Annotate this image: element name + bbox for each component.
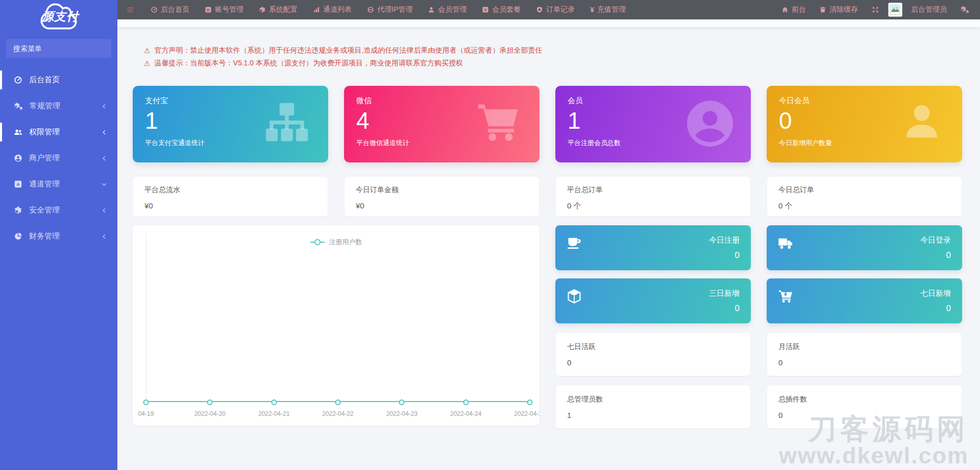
alert-text: 官方声明：禁止使用本软件（系统）用于任何违法违规业务或项目,造成的任何法律后果由… <box>155 46 543 55</box>
avatar[interactable] <box>888 3 902 17</box>
legend-label: 注册用户数 <box>329 238 362 247</box>
x-tick-label: 2022-04-21 <box>258 410 289 417</box>
topbar: 后台首页 账号管理 系统配置 通道列表 代理IP管理 会员管理 会员套餐 订单记… <box>117 0 980 19</box>
cart-arrow-down-icon <box>778 289 793 304</box>
sidebar-item-label: 常规管理 <box>30 101 60 111</box>
nav-order-records[interactable]: 订单记录 <box>528 0 582 19</box>
gear-icon <box>259 6 266 13</box>
user-circle-icon <box>14 154 22 162</box>
tile-value: 0 <box>709 303 740 314</box>
warning-icon: ⚠ <box>144 60 151 67</box>
search-input[interactable] <box>12 44 107 53</box>
user-circle-icon <box>682 96 738 151</box>
alert-version: ⚠ 温馨提示：当前版本号：V5.1.0 本系统（源支付）为收费开源项目，商业使用… <box>144 57 542 69</box>
nav-system-config[interactable]: 系统配置 <box>251 0 305 19</box>
data-point <box>527 400 533 405</box>
sidebar-item-security[interactable]: 安全管理 <box>0 197 117 223</box>
tile-today-login: 今日登录 0 <box>767 225 962 270</box>
nav-accounts[interactable]: 账号管理 <box>197 0 251 19</box>
nav-member-plans[interactable]: 会员套餐 <box>474 0 528 19</box>
data-point <box>399 400 405 405</box>
mini-stat-total-flow: 平台总流水 ¥0 <box>133 176 328 217</box>
mini-stat-row: 平台总流水 ¥0 今日订单金额 ¥0 平台总订单 0 个 今日总订单 0 个 <box>133 176 962 217</box>
trash-icon <box>819 6 826 13</box>
x-tick-label: 04-19 <box>138 410 154 417</box>
stat-card-members: 会员 1 平台注册会员总数 <box>555 86 751 162</box>
truck-icon <box>778 236 793 251</box>
sidebar-item-label: 安全管理 <box>29 205 60 215</box>
image-placeholder-icon <box>890 4 901 15</box>
registered-users-chart: 注册用户数 04-19 2022-04-20 2022-04-21 2022-0… <box>133 225 540 426</box>
nav-label: 会员管理 <box>438 5 467 14</box>
nav-label: 前台 <box>792 5 806 14</box>
admin-dropdown[interactable]: 后台管理员 <box>904 0 953 19</box>
badge-icon <box>536 6 543 13</box>
watermark-text: 刀客源码网 <box>779 414 969 444</box>
square-a-icon <box>14 180 22 189</box>
nav-recharge[interactable]: ¥ 充值管理 <box>582 0 633 19</box>
tile-value: 0 <box>709 250 740 261</box>
sidebar-item-finance[interactable]: 财务管理 <box>0 223 117 249</box>
tile-value: 1 <box>567 411 739 419</box>
nav-channel-list[interactable]: 通道列表 <box>305 0 359 19</box>
sidebar-item-label: 财务管理 <box>29 231 60 241</box>
nav-proxy-ip[interactable]: 代理IP管理 <box>359 0 420 19</box>
chevron-left-icon <box>101 233 107 240</box>
hamburger-menu-icon[interactable] <box>117 0 143 19</box>
tile-seven-day-new: 七日新增 0 <box>767 278 962 323</box>
tile-label: 三日新增 <box>709 289 740 298</box>
tile-label: 今日登录 <box>920 236 951 245</box>
pie-chart-icon <box>14 232 22 241</box>
x-tick-label: 2022-04-25 <box>514 410 540 417</box>
watermark: 刀客源码网 www.dkewl.com <box>779 414 969 468</box>
nav-label: 系统配置 <box>269 5 298 14</box>
sidebar-search[interactable] <box>6 39 111 58</box>
tile-value: 0 <box>567 358 739 367</box>
sidebar-item-label: 后台首页 <box>29 75 60 85</box>
nav-members[interactable]: 会员管理 <box>420 0 474 19</box>
shopping-cart-icon <box>475 99 521 145</box>
nav-dashboard[interactable]: 后台首页 <box>143 0 197 19</box>
mini-stat-today-amount: 今日订单金额 ¥0 <box>344 176 540 217</box>
nav-label: 会员套餐 <box>492 5 521 14</box>
sidebar-item-label: 权限管理 <box>29 127 60 137</box>
user-icon <box>900 99 944 143</box>
sidebar-menu: 后台首页 常规管理 权限管理 商户管理 通道管理 安全管理 <box>0 67 117 249</box>
app-logo: 源支付 <box>0 0 117 31</box>
settings-button[interactable] <box>953 0 976 19</box>
nav-label: 后台首页 <box>161 5 189 14</box>
tile-value: 0 <box>778 358 950 367</box>
chart-y-axis <box>146 233 146 402</box>
tile-label: 总插件数 <box>778 395 950 404</box>
tile-three-day-new: 三日新增 0 <box>555 278 751 323</box>
tile-label: 月活跃 <box>778 342 950 351</box>
sidebar-item-general[interactable]: 常规管理 <box>0 93 117 119</box>
data-point <box>143 400 149 405</box>
mini-stat-label: 今日订单金额 <box>356 185 528 195</box>
clear-cache-button[interactable]: 清除缓存 <box>813 0 865 19</box>
tile-label: 总管理员数 <box>567 395 739 404</box>
admin-name: 后台管理员 <box>911 5 947 14</box>
front-site-button[interactable]: 前台 <box>775 0 813 19</box>
gear-icon <box>14 206 22 215</box>
sidebar-item-dashboard[interactable]: 后台首页 <box>0 67 117 93</box>
tile-label: 今日注册 <box>709 236 740 245</box>
x-tick-label: 2022-04-22 <box>322 410 353 417</box>
x-tick-label: 2022-04-23 <box>386 410 418 417</box>
stat-card-alipay: 支付宝 1 平台支付宝通道统计 <box>133 86 328 162</box>
fullscreen-button[interactable] <box>865 0 886 19</box>
chart-legend[interactable]: 注册用户数 <box>310 238 362 247</box>
mini-stat-value: ¥0 <box>144 201 316 210</box>
stat-card-wechat: 微信 4 平台微信通道统计 <box>344 86 540 162</box>
data-point <box>271 400 277 405</box>
chevron-left-icon <box>101 155 107 161</box>
data-point <box>463 400 469 405</box>
tile-label: 七日活跃 <box>567 342 739 351</box>
expand-arrows-icon <box>871 6 879 14</box>
subheader-strip <box>117 19 980 27</box>
tile-label: 七日新增 <box>920 289 951 298</box>
x-tick-label: 2022-04-20 <box>194 410 226 417</box>
sidebar-item-merchants[interactable]: 商户管理 <box>0 145 117 171</box>
sidebar-item-channels[interactable]: 通道管理 <box>0 171 117 197</box>
sidebar-item-permissions[interactable]: 权限管理 <box>0 119 117 145</box>
